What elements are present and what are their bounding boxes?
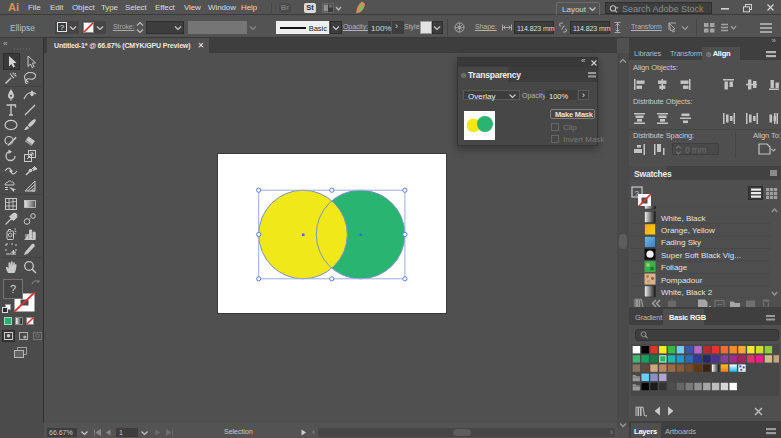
svg-text:Super Soft Black Vig...: Super Soft Black Vig... [661, 251, 741, 260]
svg-text:Pompadour: Pompadour [661, 276, 703, 285]
svg-text:Orange, Yellow: Orange, Yellow [661, 226, 715, 235]
svg-text:Fading Sky: Fading Sky [661, 238, 701, 247]
svg-text:Foliage: Foliage [661, 263, 688, 272]
svg-text:White, Black: White, Black [661, 214, 706, 223]
